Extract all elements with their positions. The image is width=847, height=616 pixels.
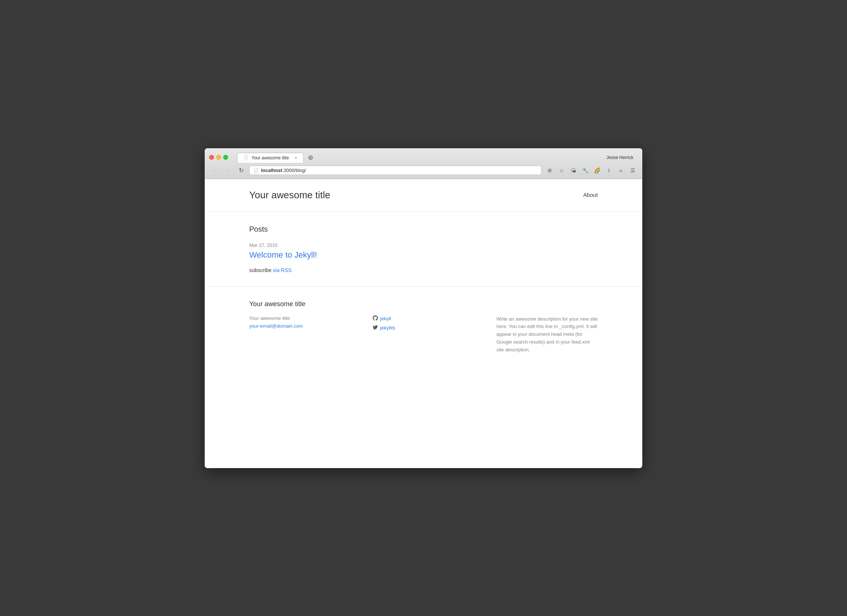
active-tab[interactable]: 📄 Your awesome title × <box>237 153 304 163</box>
footer-twitter-item: jekyllrb <box>373 325 474 331</box>
main-content: Posts Mar 27, 2015 Welcome to Jekyll! su… <box>205 212 642 287</box>
reload-button[interactable]: ↻ <box>236 165 246 176</box>
profile-area: Jesse Herrick <box>602 152 638 163</box>
site-header: Your awesome title About <box>205 179 642 212</box>
tabs-area: 📄 Your awesome title × ⊕ <box>237 152 599 163</box>
about-nav-link[interactable]: About <box>583 192 598 198</box>
subscribe-text: subscribe via RSS <box>249 267 598 273</box>
maximize-button[interactable] <box>223 155 228 160</box>
title-bar: 📄 Your awesome title × ⊕ Jesse Herrick <box>205 148 642 163</box>
footer-col-contact: Your awesome title your-email@domain.com <box>249 315 350 354</box>
extension2-button[interactable]: 🔧 <box>580 165 590 176</box>
reload-icon: ↻ <box>239 167 243 174</box>
bookmark-button[interactable]: ☆ <box>556 165 567 176</box>
chevron-right-icon: » <box>619 168 622 174</box>
posts-heading: Posts <box>249 225 598 233</box>
footer-columns: Your awesome title your-email@domain.com… <box>249 315 598 354</box>
rss-link[interactable]: via RSS <box>273 267 292 273</box>
page-content: Your awesome title About Posts Mar 27, 2… <box>205 179 642 468</box>
forward-button[interactable]: → <box>223 165 233 176</box>
twitter-link[interactable]: jekyllrb <box>380 325 395 331</box>
close-button[interactable] <box>209 155 214 160</box>
tab-close-button[interactable]: × <box>294 155 297 161</box>
star-icon: ☆ <box>559 168 564 174</box>
site-nav: About <box>583 192 598 198</box>
back-button[interactable]: ← <box>209 165 220 176</box>
address-host: localhost <box>261 168 282 173</box>
extension2-icon: 🔧 <box>582 168 589 174</box>
forward-icon: → <box>225 167 231 174</box>
new-tab-button[interactable]: ⊕ <box>305 152 316 163</box>
weather-button[interactable]: 🌤 <box>568 165 578 176</box>
address-bar[interactable]: 📄 localhost:3000/blog/ <box>249 166 542 175</box>
footer-links: jekyll jekyllrb <box>373 315 474 331</box>
footer-github-item: jekyll <box>373 315 474 322</box>
post-list: Mar 27, 2015 Welcome to Jekyll! <box>249 242 598 260</box>
footer-col-links: jekyll jekyllrb <box>373 315 474 354</box>
github-icon <box>373 315 378 322</box>
more-extensions-button[interactable]: » <box>615 165 626 176</box>
address-bar-row: ← → ↻ 📄 localhost:3000/blog/ ⚙ ☆ <box>205 163 642 179</box>
extensions-button[interactable]: ⚙ <box>544 165 555 176</box>
subscribe-label: subscribe <box>249 267 272 273</box>
color-button[interactable]: 🌈 <box>592 165 602 176</box>
address-port-path: :3000/blog/ <box>282 168 306 173</box>
post-title-link[interactable]: Welcome to Jekyll! <box>249 250 598 260</box>
profile-name: Jesse Herrick <box>606 155 633 160</box>
site-footer: Your awesome title Your awesome title yo… <box>205 287 642 367</box>
hamburger-icon: ☰ <box>630 168 635 174</box>
tab-label: Your awesome title <box>251 155 291 161</box>
traffic-lights <box>209 155 228 160</box>
color-icon: 🌈 <box>594 168 601 174</box>
new-tab-icon: ⊕ <box>308 153 313 162</box>
github-link[interactable]: jekyll <box>380 316 391 321</box>
footer-title: Your awesome title <box>249 300 598 308</box>
browser-actions: ⚙ ☆ 🌤 🔧 🌈 I » <box>544 165 638 176</box>
back-icon: ← <box>211 167 217 174</box>
instapaper-button[interactable]: I <box>604 165 614 176</box>
footer-email-link[interactable]: your-email@domain.com <box>249 323 303 329</box>
instapaper-icon: I <box>608 168 609 174</box>
browser-window: 📄 Your awesome title × ⊕ Jesse Herrick ←… <box>205 148 642 468</box>
browser-chrome: 📄 Your awesome title × ⊕ Jesse Herrick ←… <box>205 148 642 179</box>
footer-site-name: Your awesome title <box>249 315 350 321</box>
menu-button[interactable]: ☰ <box>627 165 638 176</box>
tab-page-icon: 📄 <box>243 155 248 160</box>
footer-description: Write an awesome description for your ne… <box>497 315 598 354</box>
twitter-icon <box>373 325 378 331</box>
page-icon: 📄 <box>253 168 259 173</box>
extensions-icon: ⚙ <box>547 168 552 174</box>
minimize-button[interactable] <box>216 155 221 160</box>
address-text: localhost:3000/blog/ <box>261 168 537 173</box>
site-title: Your awesome title <box>249 189 331 201</box>
post-item: Mar 27, 2015 Welcome to Jekyll! <box>249 242 598 260</box>
footer-col-description: Write an awesome description for your ne… <box>497 315 598 354</box>
post-date: Mar 27, 2015 <box>249 242 598 248</box>
weather-icon: 🌤 <box>571 168 576 174</box>
